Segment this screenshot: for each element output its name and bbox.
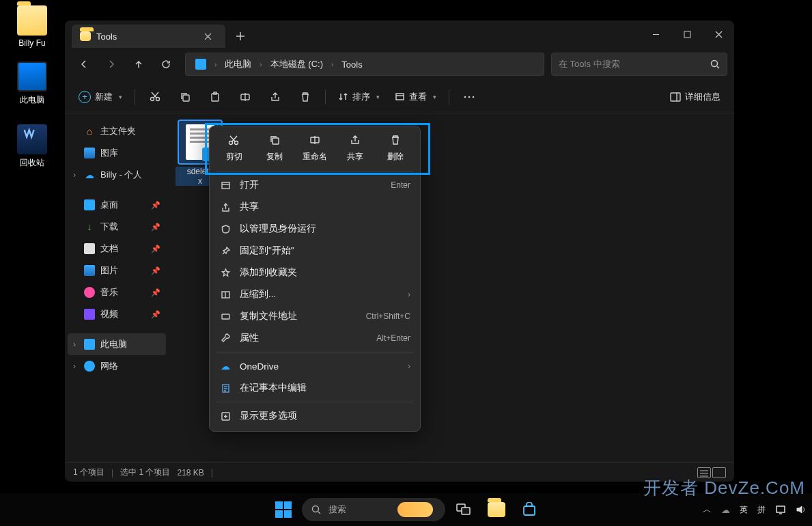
view-button[interactable]: 查看 ▾: [388, 85, 443, 109]
system-tray: ︿ ☁ 英 拼: [703, 493, 807, 526]
sidebar-item-this-pc[interactable]: 此电脑: [68, 333, 166, 355]
svg-rect-8: [396, 94, 404, 100]
cloud-icon: ☁: [84, 169, 95, 180]
tray-ime-lang[interactable]: 英: [740, 504, 748, 516]
ctx-onedrive[interactable]: ☁OneDrive›: [210, 355, 420, 377]
svg-rect-15: [272, 138, 279, 144]
ctx-favorite[interactable]: 添加到收藏夹: [210, 262, 420, 283]
ctx-compress[interactable]: 压缩到...›: [210, 283, 420, 305]
svg-point-22: [312, 506, 318, 512]
taskbar-store[interactable]: [515, 495, 544, 524]
rename-icon: [308, 133, 322, 147]
paste-button[interactable]: [201, 85, 229, 109]
windows-icon: [275, 501, 292, 518]
details-pane-button[interactable]: 详细信息: [663, 85, 727, 109]
taskbar: 搜索 ︿ ☁ 英 拼: [0, 493, 812, 526]
rename-button[interactable]: [231, 85, 260, 109]
pin-icon: 📌: [151, 310, 160, 319]
refresh-button[interactable]: [154, 52, 178, 77]
pin-icon: [219, 246, 232, 256]
breadcrumb-pc-icon[interactable]: [190, 54, 212, 74]
start-button[interactable]: [269, 495, 298, 524]
desktop-icon-label: 此电脑: [20, 95, 44, 105]
path-icon: [219, 312, 232, 322]
share-button[interactable]: [261, 85, 290, 109]
address-bar[interactable]: › 此电脑 › 本地磁盘 (C:) › Tools: [185, 53, 544, 76]
cut-button[interactable]: [141, 85, 169, 109]
ctx-open[interactable]: 打开Enter: [210, 174, 420, 196]
ctx-share[interactable]: 共享: [210, 196, 420, 218]
view-grid-button[interactable]: [712, 467, 726, 478]
more-icon: [219, 411, 232, 421]
ctx-share-button[interactable]: 共享: [337, 133, 374, 163]
minimize-button[interactable]: [640, 23, 671, 45]
close-button[interactable]: [703, 23, 734, 45]
sidebar-item-desktop[interactable]: 桌面📌: [68, 194, 166, 216]
sidebar-item-videos[interactable]: 视频📌: [68, 303, 166, 325]
ctx-copy-path[interactable]: 复制文件地址Ctrl+Shift+C: [210, 305, 420, 327]
status-size: 218 KB: [177, 468, 204, 477]
ctx-properties[interactable]: 属性Alt+Enter: [210, 327, 420, 349]
sidebar-item-documents[interactable]: 文档📌: [68, 238, 166, 260]
ctx-cut-button[interactable]: 剪切: [216, 133, 253, 163]
status-item-count: 1 个项目: [73, 467, 104, 478]
chevron-right-icon: ›: [408, 290, 410, 299]
breadcrumb-item[interactable]: 本地磁盘 (C:): [265, 54, 328, 74]
search-box[interactable]: 在 Tools 中搜索: [551, 53, 727, 76]
svg-rect-25: [524, 506, 535, 515]
ctx-edit-notepad[interactable]: 在记事本中编辑: [210, 377, 420, 399]
view-list-button[interactable]: [697, 467, 711, 478]
tray-volume-icon[interactable]: [796, 505, 807, 514]
tray-chevron-up-icon[interactable]: ︿: [703, 503, 712, 516]
up-button[interactable]: [126, 52, 151, 77]
more-button[interactable]: [455, 85, 484, 109]
sort-button[interactable]: 排序 ▾: [331, 85, 387, 109]
delete-button[interactable]: [291, 85, 320, 109]
ctx-pin-start[interactable]: 固定到"开始": [210, 240, 420, 262]
ctx-delete-button[interactable]: 删除: [377, 133, 414, 163]
sidebar-item-music[interactable]: 音乐📌: [68, 281, 166, 303]
task-view-button[interactable]: [449, 495, 478, 524]
tray-ime-mode[interactable]: 拼: [757, 504, 766, 516]
maximize-button[interactable]: [671, 23, 703, 45]
desktop-icon-recycle-bin[interactable]: 回收站: [7, 120, 57, 169]
ctx-show-more[interactable]: 显示更多选项: [210, 405, 420, 427]
context-menu: 剪切 复制 重命名 共享 删除 打开Enter 共享 以管理员身份运行 固定到"…: [209, 126, 421, 432]
copy-button[interactable]: [171, 85, 199, 109]
music-icon: [84, 287, 95, 298]
ctx-run-as-admin[interactable]: 以管理员身份运行: [210, 218, 420, 240]
svg-rect-4: [183, 95, 189, 101]
desktop-icon-this-pc[interactable]: 此电脑: [7, 61, 57, 106]
sidebar-item-downloads[interactable]: ↓下载📌: [68, 216, 166, 238]
svg-point-13: [229, 141, 233, 144]
tab-new-button[interactable]: [231, 27, 250, 46]
taskbar-explorer[interactable]: [482, 495, 511, 524]
back-button[interactable]: [72, 52, 96, 77]
breadcrumb-item[interactable]: Tools: [336, 54, 367, 74]
tab-tools[interactable]: Tools: [72, 25, 225, 48]
sidebar-item-pictures[interactable]: 图片📌: [68, 260, 166, 281]
breadcrumb-item[interactable]: 此电脑: [219, 54, 257, 74]
tab-close-button[interactable]: [198, 27, 217, 46]
sidebar-item-gallery[interactable]: 图库: [68, 142, 166, 164]
svg-point-2: [150, 98, 154, 101]
sidebar-item-network[interactable]: 网络: [68, 355, 166, 377]
copy-icon: [268, 133, 281, 147]
forward-button[interactable]: [99, 52, 124, 77]
cloud-icon: ☁: [219, 361, 232, 372]
ctx-rename-button[interactable]: 重命名: [296, 133, 333, 163]
svg-point-3: [156, 98, 159, 101]
sidebar-item-onedrive-personal[interactable]: ☁Billy - 个人: [68, 164, 166, 186]
tray-onedrive-icon[interactable]: ☁: [721, 505, 730, 515]
folder-icon: [488, 502, 505, 517]
svg-rect-26: [776, 506, 785, 512]
new-button[interactable]: + 新建 ▾: [72, 85, 129, 109]
pin-icon: 📌: [151, 266, 160, 275]
chevron-right-icon: ›: [214, 61, 216, 68]
ctx-copy-button[interactable]: 复制: [256, 133, 293, 163]
desktop-icon-user-folder[interactable]: Billy Fu: [7, 5, 57, 48]
tray-network-icon[interactable]: [775, 505, 786, 514]
pin-icon: 📌: [151, 201, 160, 210]
taskbar-search[interactable]: 搜索: [302, 498, 445, 521]
sidebar-item-home[interactable]: ⌂主文件夹: [68, 120, 166, 142]
